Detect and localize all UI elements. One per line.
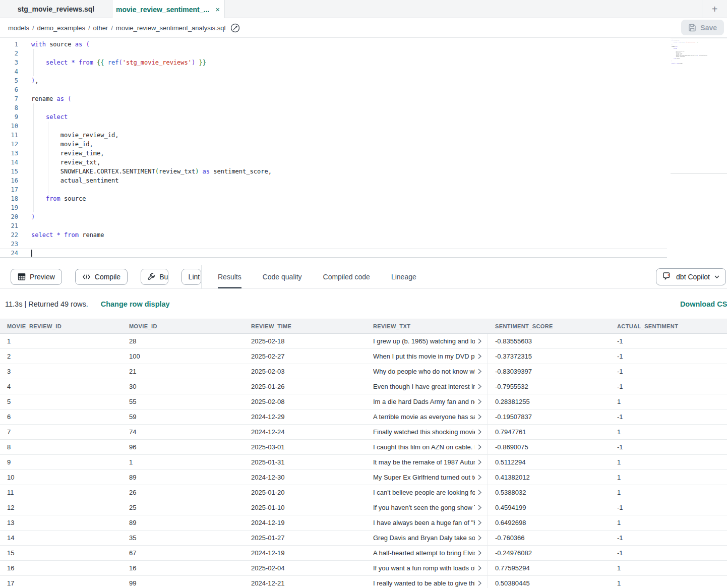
cell-review-time: 2025-02-08 [244,394,366,409]
cell-movie-review-id: 7 [0,425,122,439]
line-number: 4 [0,67,18,76]
review-text: A half-hearted attempt to bring Elvis P… [373,546,475,560]
cell-review-time: 2024-12-29 [244,409,366,424]
query-status-text: 11.3s | Returned 49 rows. [5,300,88,308]
expand-cell-chevron-icon[interactable] [478,459,481,465]
code-line: 4 [0,67,727,76]
column-header: SENTIMENT_SCORE [488,319,610,333]
review-text: It may be the remake of 1987 Autumn'… [373,455,475,469]
expand-cell-chevron-icon[interactable] [478,535,481,541]
cell-sentiment-score: 0.5112294 [488,455,610,469]
cell-movie-review-id: 14 [0,531,122,545]
column-header: REVIEW_TXT [366,319,488,333]
expand-cell-chevron-icon[interactable] [478,505,481,510]
cell-movie-review-id: 8 [0,440,122,454]
review-text: Finally watched this shocking movie la… [373,425,475,439]
expand-cell-chevron-icon[interactable] [478,414,481,420]
result-tab-results[interactable]: Results [218,265,241,288]
review-text: If you want a fun romp with loads of s… [373,561,475,575]
code-line: select * from {{ ref('stg_movie_reviews'… [672,41,683,42]
tab-label: stg_movie_reviews.sql [18,5,95,13]
cell-actual-sentiment: -1 [610,349,727,364]
expand-cell-chevron-icon[interactable] [478,444,481,450]
cell-movie-id: 100 [122,349,244,364]
column-header: REVIEW_TIME [244,319,366,333]
cell-actual-sentiment: -1 [610,379,727,394]
build-button[interactable]: Build [141,269,168,284]
build-split-button: Build [141,269,168,285]
cell-movie-review-id: 9 [0,455,122,469]
line-number: 24 [0,249,18,257]
review-text: Why do people who do not know what… [373,364,475,379]
minimap[interactable]: with source as ( select * from {{ ref('s… [671,38,727,174]
code-line: 16 actual_sentiment [0,176,727,185]
result-tab-code-quality[interactable]: Code quality [263,265,302,288]
cell-movie-id: 96 [122,440,244,454]
line-number: 15 [0,167,18,176]
line-number: 18 [0,194,18,203]
expand-cell-chevron-icon[interactable] [478,429,481,435]
cell-movie-review-id: 3 [0,364,122,379]
cell-sentiment-score: -0.37372315 [488,349,610,364]
text-cursor [31,250,32,257]
expand-cell-chevron-icon[interactable] [478,384,481,389]
preview-table-icon [18,273,26,281]
code-brackets-icon [82,273,91,280]
cell-review-time: 2024-12-19 [244,546,366,560]
cell-review-time: 2025-02-04 [244,561,366,575]
lint-label: Lint [189,273,200,281]
change-row-display-link[interactable]: Change row display [101,300,170,308]
expand-cell-chevron-icon[interactable] [478,354,481,359]
code-line: 24 [0,249,667,258]
compile-button[interactable]: Compile [75,269,128,285]
review-text: A terrible movie as everyone has said. … [373,409,475,424]
cell-sentiment-score: 0.28381255 [488,394,610,409]
cell-movie-review-id: 16 [0,561,122,575]
dbt-copilot-button[interactable]: dbt Copilot [656,268,726,285]
save-icon [688,24,696,32]
expand-cell-chevron-icon[interactable] [478,475,481,480]
download-csv-link[interactable]: Download CSV [680,300,727,308]
tab-stg-movie-reviews[interactable]: stg_movie_reviews.sql [0,0,112,18]
new-tab-button[interactable]: + [702,0,727,18]
cell-movie-id: 74 [122,425,244,439]
cell-review-time: 2025-01-31 [244,455,366,469]
table-row: 912025-01-31It may be the remake of 1987… [0,455,727,470]
table-row: 11262025-01-20I can't believe people are… [0,485,727,500]
save-button[interactable]: Save [681,20,724,35]
table-row: 1282025-02-18I grew up (b. 1965) watchin… [0,334,727,349]
expand-cell-chevron-icon[interactable] [478,338,481,344]
expand-cell-chevron-icon[interactable] [478,550,481,556]
table-row: 13892024-12-19I have always been a huge … [0,515,727,531]
expand-cell-chevron-icon[interactable] [478,490,481,495]
expand-cell-chevron-icon[interactable] [478,565,481,571]
table-row: 8962025-03-01I caught this film on AZN o… [0,440,727,455]
cell-review-txt: I can't believe people are looking for a… [366,485,488,500]
expand-cell-chevron-icon[interactable] [478,580,481,586]
cell-review-txt: Why do people who do not know what… [366,364,488,379]
tab-movie-review-sentiment[interactable]: movie_review_sentiment_... × [112,0,225,19]
result-tab-compiled-code[interactable]: Compiled code [323,265,370,288]
code-line: 14 review_txt, [0,158,727,167]
line-number: 2 [0,49,18,58]
expand-cell-chevron-icon[interactable] [478,520,481,525]
cell-movie-review-id: 5 [0,394,122,409]
file-status-icon [230,23,240,33]
code-line: 10 [0,122,727,131]
cell-movie-id: 1 [122,455,244,469]
preview-button[interactable]: Preview [11,269,62,285]
close-icon[interactable]: × [214,5,221,14]
review-text: Greg Davis and Bryan Daly take some … [373,531,475,545]
result-tab-lineage[interactable]: Lineage [391,265,416,288]
review-text: I really wanted to be able to give this … [373,576,475,588]
cell-review-time: 2024-12-21 [244,576,366,588]
cell-review-time: 2025-02-27 [244,349,366,364]
code-line: 8 [0,103,727,112]
expand-cell-chevron-icon[interactable] [478,399,481,404]
lint-button[interactable]: Lint [182,269,201,284]
code-editor[interactable]: 1with source as (23 select * from {{ ref… [0,38,727,265]
expand-cell-chevron-icon[interactable] [478,369,481,374]
breadcrumb-row: models/demo_examples/other/movie_review_… [0,18,727,38]
table-row: 14352025-01-27Greg Davis and Bryan Daly … [0,531,727,546]
cell-movie-review-id: 10 [0,470,122,485]
